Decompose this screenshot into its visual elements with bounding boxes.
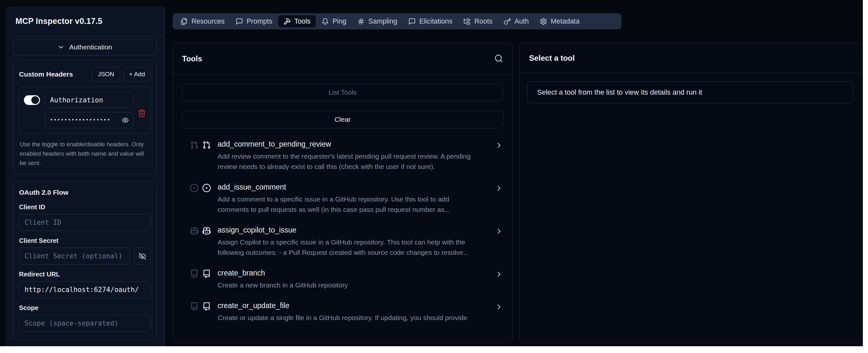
message-square-icon [236,18,243,25]
chevron-right-icon [495,270,503,278]
redirect-url-label: Redirect URL [19,271,151,278]
app-root: MCP Inspector v0.17.5 Authentication Cus… [0,0,863,346]
repo-icon [203,270,211,278]
eye-icon [122,117,129,124]
oauth-card: OAuth 2.0 Flow Client ID Client Secret R… [13,181,157,340]
empty-selection-message: Select a tool from the list to view its … [527,81,853,104]
repo-icon-ghost [190,270,198,278]
tab-prompts[interactable]: Prompts [230,15,278,27]
chevron-right-icon [495,141,503,150]
bell-icon [321,18,329,25]
chevron-right-icon [495,184,503,193]
custom-headers-title: Custom Headers [19,70,73,78]
chevron-down-icon [58,43,65,51]
toggle-knob [31,96,39,104]
add-header-button[interactable]: + Add [123,67,151,81]
authentication-collapse-label: Authentication [69,43,112,51]
redirect-url-input[interactable] [19,281,151,298]
authentication-collapse-button[interactable]: Authentication [13,39,157,56]
tool-list-item[interactable]: create_branch Create a new branch in a G… [190,269,503,290]
trash-icon [138,109,146,117]
client-secret-label: Client Secret [19,237,151,244]
issue-opened-icon [203,184,211,192]
app-title: MCP Inspector v0.17.5 [16,17,102,26]
header-name-input[interactable] [44,92,133,108]
tool-list-item[interactable]: assign_copilot_to_issue Assign Copilot t… [190,226,503,258]
clear-tools-button[interactable]: Clear [182,111,503,128]
details-panel-header: Select a tool [519,43,861,73]
client-id-input[interactable] [19,214,151,231]
tools-panel: Tools List Tools Clear add_comment_to_pe… [173,43,513,343]
tools-panel-body: List Tools Clear add_comment_to_pending_… [173,75,512,332]
folder-tree-icon [463,18,471,25]
client-id-label: Client ID [19,203,151,211]
tab-roots[interactable]: Roots [458,15,497,27]
tab-bar: Resources Prompts Tools Ping Sampling El… [173,13,621,29]
hammer-icon [283,18,291,25]
tab-tools[interactable]: Tools [278,15,316,27]
scope-label: Scope [19,304,151,312]
copilot-icon-ghost [190,227,198,235]
git-pull-request-icon-ghost [190,141,198,149]
repo-icon-ghost [190,302,198,311]
key-icon [503,18,511,25]
details-panel-body: Select a tool from the list to view its … [519,73,861,112]
show-client-secret-button[interactable] [134,248,151,265]
eye-off-icon [138,252,146,260]
files-icon [181,18,188,25]
header-enabled-toggle[interactable] [24,95,40,105]
tab-ping[interactable]: Ping [316,15,351,27]
sidebar-body: Authentication Custom Headers JSON + Add [6,36,164,340]
headers-helper-text: Use the toggle to enable/disable headers… [20,140,150,168]
git-pull-request-icon [203,141,211,149]
tool-details-panel: Select a tool Select a tool from the lis… [519,43,861,343]
show-header-value-button[interactable] [122,117,129,124]
tab-elicitations[interactable]: Elicitations [403,15,458,27]
header-value-input[interactable] [44,112,133,128]
tool-list-item[interactable]: add_comment_to_pending_review Add review… [190,140,503,172]
copilot-icon [203,227,211,235]
details-panel-title: Select a tool [529,54,575,63]
chevron-right-icon [495,303,503,311]
tab-auth[interactable]: Auth [498,15,534,27]
repo-icon [203,302,211,311]
list-tools-button[interactable]: List Tools [182,84,503,101]
search-icon [494,54,503,63]
header-row [19,87,151,134]
tab-resources[interactable]: Resources [175,15,230,27]
tool-list-item[interactable]: create_or_update_file Create or update a… [190,301,503,323]
tab-sampling[interactable]: Sampling [352,15,403,27]
message-square-icon [408,18,416,25]
oauth-title: OAuth 2.0 Flow [19,188,68,196]
tools-panel-title: Tools [182,54,202,63]
search-tools-button[interactable] [494,54,503,64]
chevron-right-icon [495,227,503,235]
tool-list-item[interactable]: add_issue_comment Add a comment to a spe… [190,183,503,215]
sidebar: MCP Inspector v0.17.5 Authentication Cus… [6,6,165,346]
custom-headers-card: Custom Headers JSON + Add [13,60,157,174]
delete-header-button[interactable] [138,99,146,128]
tool-list: add_comment_to_pending_review Add review… [182,140,503,323]
sidebar-header: MCP Inspector v0.17.5 [6,6,164,36]
json-button[interactable]: JSON [92,67,120,81]
scope-input[interactable] [19,315,151,332]
hash-icon [357,18,365,25]
issue-opened-icon-ghost [190,184,198,192]
tab-metadata[interactable]: Metadata [534,15,585,27]
tools-panel-header: Tools [173,43,512,75]
gear-icon [540,18,547,25]
client-secret-input[interactable] [19,248,130,265]
